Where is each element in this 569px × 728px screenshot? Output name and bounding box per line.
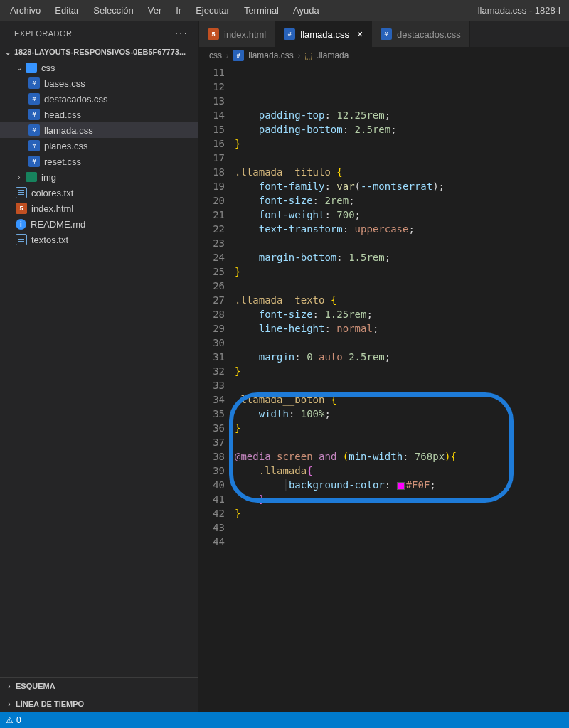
statusbar: 0 bbox=[0, 712, 569, 728]
breadcrumbs[interactable]: css › # llamada.css › ⬚ .llamada bbox=[199, 47, 569, 64]
file-head.css[interactable]: #head.css bbox=[0, 107, 198, 122]
chevron-down-icon: ⌄ bbox=[4, 48, 11, 56]
file-colores.txt[interactable]: colores.txt bbox=[0, 185, 198, 200]
tab-index.html[interactable]: 5index.html bbox=[199, 21, 275, 47]
file-icon bbox=[16, 187, 27, 198]
file-index.html[interactable]: 5index.html bbox=[0, 200, 198, 216]
css-icon: # bbox=[28, 109, 40, 120]
tab-llamada.css[interactable]: #llamada.css× bbox=[275, 21, 372, 47]
css-icon: # bbox=[28, 156, 40, 167]
menu-item[interactable]: Ayuda bbox=[286, 0, 326, 21]
file-bases.css[interactable]: #bases.css bbox=[0, 75, 198, 91]
info-icon: i bbox=[16, 219, 26, 230]
outline-section[interactable]: › ESQUEMA bbox=[0, 677, 198, 695]
timeline-section[interactable]: › LÍNEA DE TIEMPO bbox=[0, 695, 198, 712]
project-root[interactable]: ⌄ 1828-LAYOUTS-RESPONSIVOS-0EB5F67773... bbox=[0, 46, 198, 58]
close-icon[interactable]: × bbox=[357, 28, 363, 40]
menu-item[interactable]: Archivo bbox=[3, 0, 48, 21]
chevron-down-icon: ⌄ bbox=[16, 64, 23, 72]
editor-area: 5index.html#llamada.css×#destacados.css … bbox=[199, 21, 569, 712]
css-icon: # bbox=[28, 124, 40, 136]
chevron-right-icon: › bbox=[226, 52, 228, 60]
css-icon: # bbox=[233, 50, 244, 61]
file-destacados.css[interactable]: #destacados.css bbox=[0, 91, 198, 107]
chevron-right-icon: › bbox=[6, 682, 13, 690]
file-reset.css[interactable]: #reset.css bbox=[0, 154, 198, 169]
html-icon: 5 bbox=[16, 203, 27, 214]
menubar: ArchivoEditarSelecciónVerIrEjecutarTermi… bbox=[0, 0, 569, 21]
code-content[interactable]: padding-top: 12.25rem; padding-bottom: 2… bbox=[235, 64, 569, 712]
more-icon[interactable]: ··· bbox=[175, 27, 188, 40]
menu-item[interactable]: Selección bbox=[86, 0, 140, 21]
folder-icon bbox=[26, 63, 37, 73]
css-icon: # bbox=[28, 140, 40, 151]
window-title: llamada.css - 1828-l bbox=[478, 0, 566, 21]
file-textos.txt[interactable]: textos.txt bbox=[0, 232, 198, 247]
class-icon: ⬚ bbox=[304, 50, 312, 60]
tab-destacados.css[interactable]: #destacados.css bbox=[372, 21, 470, 47]
folder-css[interactable]: ⌄css bbox=[0, 60, 198, 75]
menu-item[interactable]: Ir bbox=[169, 0, 188, 21]
html-icon: 5 bbox=[208, 28, 219, 40]
sidebar: EXPLORADOR ··· ⌄ 1828-LAYOUTS-RESPONSIVO… bbox=[0, 21, 199, 712]
file-planes.css[interactable]: #planes.css bbox=[0, 138, 198, 154]
file-README.md[interactable]: iREADME.md bbox=[0, 216, 198, 232]
css-icon: # bbox=[28, 77, 40, 89]
folder-img[interactable]: ›img bbox=[0, 169, 198, 185]
chevron-right-icon: › bbox=[16, 173, 23, 181]
menu-item[interactable]: Ejecutar bbox=[188, 0, 237, 21]
chevron-right-icon: › bbox=[6, 700, 13, 708]
menu-item[interactable]: Editar bbox=[48, 0, 86, 21]
css-icon: # bbox=[28, 93, 40, 105]
chevron-right-icon: › bbox=[298, 52, 300, 60]
css-icon: # bbox=[381, 28, 392, 40]
explorer-title: EXPLORADOR bbox=[14, 29, 72, 38]
menu-item[interactable]: Terminal bbox=[237, 0, 286, 21]
code-editor[interactable]: 1112131415161718192021222324252627282930… bbox=[199, 64, 569, 712]
menu-item[interactable]: Ver bbox=[141, 0, 169, 21]
file-icon bbox=[16, 234, 27, 245]
warning-count[interactable]: 0 bbox=[6, 715, 21, 725]
folder-icon bbox=[26, 172, 37, 182]
file-llamada.css[interactable]: #llamada.css bbox=[0, 122, 198, 138]
tab-bar: 5index.html#llamada.css×#destacados.css bbox=[199, 21, 569, 47]
css-icon: # bbox=[284, 28, 295, 40]
line-numbers: 1112131415161718192021222324252627282930… bbox=[199, 64, 235, 712]
